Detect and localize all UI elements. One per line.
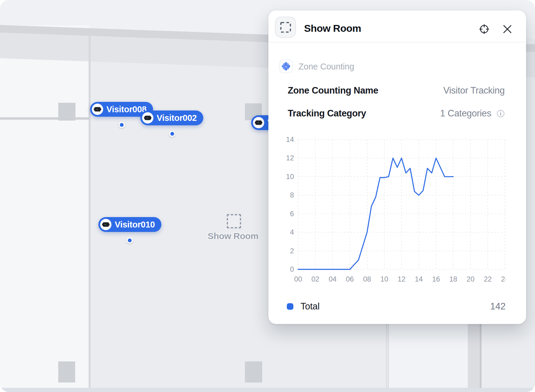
zone-select-icon[interactable] (227, 214, 241, 228)
visitor-label: Visitor010 (115, 220, 155, 230)
legend-label: Total (300, 301, 320, 312)
svg-text:16: 16 (432, 275, 440, 283)
floor-map-screen: Show Room Visitor008Visitor002Visitor010… (0, 0, 535, 392)
svg-text:2: 2 (290, 247, 294, 255)
panel-title: Show Room (304, 23, 361, 34)
map-zone-label: Show Room (203, 231, 263, 241)
section-label: Zone Counting (298, 62, 354, 72)
zone-counting-chart: 0246810121400020406081012141618202224 (286, 134, 506, 284)
map-pillar (58, 361, 75, 382)
row-label: Tracking Category (288, 108, 366, 119)
svg-text:12: 12 (398, 275, 406, 283)
tracker-badge (92, 104, 103, 115)
map-wall-bottom (0, 388, 535, 392)
map-room-left (0, 25, 89, 392)
zone-counting-flower-icon (281, 62, 290, 71)
map-wall-horizontal (0, 117, 90, 120)
map-pillar (245, 361, 262, 382)
svg-text:22: 22 (484, 275, 492, 283)
map-floor-light (389, 324, 468, 392)
chart-legend-row: Total 142 (287, 300, 506, 313)
visitor-location-dot (119, 122, 125, 128)
svg-text:8: 8 (290, 191, 294, 199)
row-value: 1 Categories (440, 108, 491, 119)
svg-text:06: 06 (346, 275, 354, 283)
svg-text:12: 12 (286, 154, 294, 162)
svg-text:08: 08 (363, 275, 371, 283)
svg-text:10: 10 (286, 173, 294, 181)
tracker-badge (100, 219, 111, 230)
svg-text:10: 10 (380, 275, 388, 283)
tracker-device-icon (102, 222, 110, 227)
map-wall-vertical (89, 35, 91, 392)
visitor-pill[interactable]: Visitor010 (98, 217, 161, 232)
close-button[interactable] (500, 21, 515, 37)
info-icon[interactable] (497, 110, 505, 118)
tracker-device-icon (255, 120, 262, 126)
svg-text:6: 6 (290, 210, 294, 218)
visitor-label: Visitor008 (106, 105, 147, 114)
close-icon (503, 24, 512, 34)
svg-text:14: 14 (415, 275, 423, 283)
zone-select-icon (275, 17, 296, 38)
legend-swatch-total (287, 303, 293, 310)
locate-button[interactable] (476, 21, 492, 37)
dashed-square-icon (280, 21, 292, 33)
svg-text:04: 04 (329, 275, 337, 283)
header-divider (268, 42, 526, 42)
svg-text:00: 00 (294, 275, 302, 283)
row-label: Zone Counting Name (288, 85, 378, 96)
tracker-device-icon (144, 115, 152, 121)
visitor-pill[interactable]: Visitor002 (140, 110, 203, 125)
visitor-location-dot (169, 131, 175, 137)
tracker-badge (142, 112, 153, 124)
map-pillar (58, 103, 75, 121)
legend-value: 142 (490, 301, 506, 312)
zone-counting-icon-box (279, 59, 293, 73)
row-value: Visitor Tracking (443, 85, 505, 96)
row-zone-counting-name: Zone Counting Name Visitor Tracking (288, 84, 505, 97)
visitor-location-dot (127, 237, 133, 244)
visitor-label: Visitor002 (157, 113, 197, 123)
svg-text:02: 02 (311, 275, 320, 283)
tracker-badge (253, 117, 264, 128)
svg-text:24: 24 (501, 275, 506, 283)
tracker-device-icon (94, 106, 101, 112)
svg-text:18: 18 (449, 275, 457, 283)
line-chart: 0246810121400020406081012141618202224 (286, 134, 506, 284)
svg-text:0: 0 (290, 265, 294, 273)
zone-detail-panel: Show Room (268, 10, 526, 324)
svg-text:14: 14 (286, 135, 294, 143)
locate-crosshair-icon (479, 24, 490, 34)
svg-text:4: 4 (290, 228, 294, 236)
row-tracking-category: Tracking Category 1 Categories (288, 107, 505, 120)
svg-text:20: 20 (467, 275, 475, 283)
